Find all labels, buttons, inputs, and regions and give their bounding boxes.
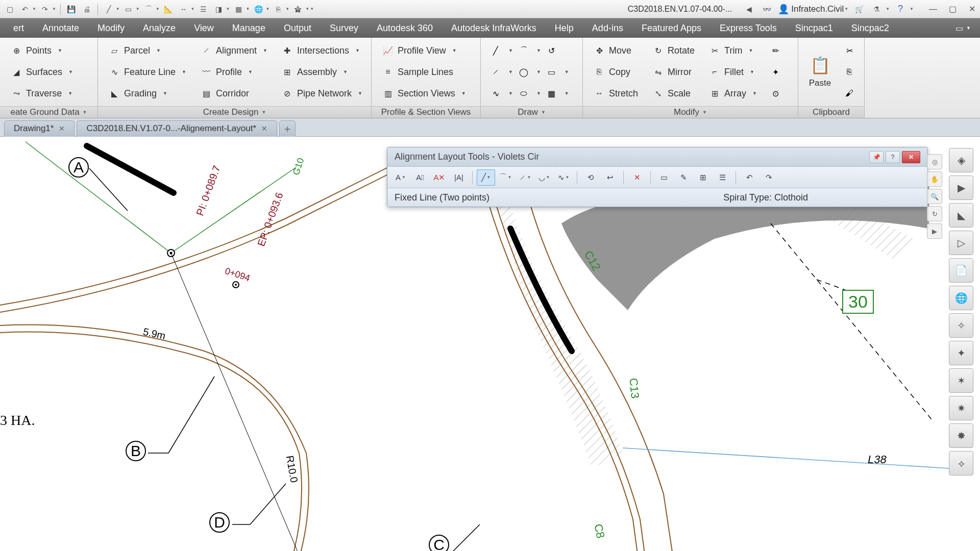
compass-a-icon[interactable]: ✦ (949, 341, 973, 365)
points-button[interactable]: ⊕Points▼ (5, 41, 79, 60)
ribbon-tab-addins[interactable]: Add-ins (583, 18, 632, 38)
orbit-icon[interactable]: ↻ (927, 206, 942, 221)
undo-dropdown-icon[interactable]: ▼ (32, 7, 36, 11)
dropdown-icon[interactable]: ▼ (136, 7, 140, 11)
trim-button[interactable]: ✂Trim▼ (703, 41, 763, 60)
pin-icon[interactable]: 📌 (869, 151, 884, 163)
array-button[interactable]: ⊞Array▼ (703, 84, 763, 103)
reverse-button[interactable]: ⟲ (581, 169, 600, 186)
dropdown-icon[interactable]: ▼ (536, 69, 541, 74)
dropdown-icon[interactable]: ▼ (461, 91, 466, 96)
panel-title[interactable]: Create Design▼ (98, 106, 371, 118)
zoom-icon[interactable]: 🔍 (927, 189, 942, 204)
hatch-icon[interactable]: ▦ (232, 3, 245, 16)
globe-icon[interactable]: 🌐 (252, 3, 265, 16)
spline-button[interactable]: ∿ (486, 84, 505, 103)
compass-b-icon[interactable]: ✶ (949, 368, 973, 393)
dropdown-icon[interactable]: ▼ (748, 48, 753, 53)
cart-icon[interactable]: 🛒 (852, 3, 866, 16)
dropdown-icon[interactable]: ▼ (246, 7, 250, 11)
arc-button[interactable]: ⌒ (514, 41, 533, 60)
dropdown-icon[interactable]: ▼ (305, 7, 309, 11)
offset-button[interactable]: ⊙ (766, 84, 785, 103)
ribbon-tab-sincpac1[interactable]: Sincpac1 (786, 18, 842, 38)
dropdown-icon[interactable]: ▼ (182, 69, 186, 74)
panel-title[interactable]: Draw▼ (481, 106, 582, 118)
panel-title[interactable]: Profile & Section Views (372, 106, 480, 118)
ribbon-tab-sincpac2[interactable]: Sincpac2 (842, 18, 898, 38)
nav-triangle-icon[interactable]: ◣ (949, 203, 973, 228)
dropdown-icon[interactable]: ▼ (355, 48, 360, 53)
nav-flag-icon[interactable]: ▷ (949, 231, 973, 255)
floating-line-button[interactable]: ⟋▼ (516, 169, 534, 186)
panel-title[interactable]: Modify▼ (583, 106, 798, 118)
dropdown-icon[interactable]: ▼ (191, 7, 195, 11)
explode-button[interactable]: ✦ (766, 62, 785, 82)
ribbon-tab-view[interactable]: View (185, 18, 223, 38)
matchprop-button[interactable]: 🖌 (840, 84, 859, 103)
convert-button[interactable]: |A| (450, 169, 468, 186)
dropdown-icon[interactable]: ▼ (226, 7, 230, 11)
pipenetwork-button[interactable]: ⊘Pipe Network▼ (276, 84, 368, 103)
dropdown-icon[interactable]: ▼ (886, 7, 890, 11)
redo-icon[interactable]: ↷ (38, 3, 52, 16)
help-icon[interactable]: ? (894, 3, 907, 16)
rotate-button[interactable]: ↻Rotate (647, 41, 700, 60)
panel-title[interactable]: eate Ground Data▼ (0, 106, 97, 118)
user-menu[interactable]: 👤 Infratech.Civil ▼ (778, 4, 848, 15)
dropdown-icon[interactable]: ▼ (248, 69, 253, 74)
delete-sub-button[interactable]: ↩ (601, 169, 619, 186)
plot-icon[interactable]: 🖨 (80, 3, 93, 16)
intersections-button[interactable]: ✚Intersections▼ (276, 41, 368, 60)
road-icon[interactable]: 🛣 (291, 3, 305, 16)
ribbon-tab-insert[interactable]: ert (4, 18, 33, 38)
surfaces-button[interactable]: ◢Surfaces▼ (5, 62, 79, 82)
dropdown-icon[interactable]: ▼ (68, 91, 72, 96)
revcloud-button[interactable]: ↺ (542, 41, 561, 60)
dropdown-icon[interactable]: ▼ (156, 7, 160, 11)
close-icon[interactable]: ✕ (261, 124, 267, 133)
ribbon-tab-modify[interactable]: Modify (88, 18, 134, 38)
search-icon[interactable]: 👓 (760, 2, 774, 16)
close-button[interactable]: ✕ (967, 4, 977, 14)
parcel-button[interactable]: ▱Parcel▼ (103, 41, 192, 60)
block-icon[interactable]: ◨ (212, 3, 226, 16)
dropdown-icon[interactable]: ▼ (536, 91, 541, 96)
redo-dropdown-icon[interactable]: ▼ (52, 7, 56, 11)
compass-icon[interactable]: ✧ (949, 313, 973, 338)
palette-help-icon[interactable]: ? (886, 151, 900, 163)
redo-button[interactable]: ↷ (760, 169, 778, 186)
globe-nav-icon[interactable]: 🌐 (949, 286, 973, 310)
compass-d-icon[interactable]: ✸ (949, 423, 973, 448)
doc-tab-alignment-layout[interactable]: C3D2018.EN.V1.07-0...-Alignement-Layout*… (77, 120, 277, 137)
exchange-icon[interactable]: ⚗ (870, 3, 883, 16)
line-icon[interactable]: ╱ (102, 3, 115, 16)
edit-geometry-button[interactable]: ✎ (674, 169, 693, 186)
pick-sub-button[interactable]: ▭ (655, 169, 673, 186)
mirror-button[interactable]: ⇋Mirror (647, 62, 700, 82)
dropdown-icon[interactable]: ▼ (263, 48, 267, 53)
dropdown-icon[interactable]: ▼ (358, 91, 362, 96)
fixed-line-button[interactable]: ╱▼ (477, 169, 495, 186)
rect-icon[interactable]: ▭ (122, 3, 135, 16)
dropdown-icon[interactable]: ▼ (163, 91, 167, 96)
ellipse-button[interactable]: ⬭ (514, 84, 533, 103)
ribbon-tab-survey[interactable]: Survey (321, 18, 368, 38)
close-icon[interactable]: ✕ (59, 124, 65, 133)
dropdown-icon[interactable]: ▼ (508, 48, 513, 53)
dim-icon[interactable]: ↔ (177, 3, 190, 16)
ribbon-tab-manage[interactable]: Manage (223, 18, 275, 38)
dropdown-icon[interactable]: ▼ (750, 69, 754, 74)
panel-dropdown-icon[interactable]: ▼ (702, 110, 707, 115)
ribbon-tab-autodesk360[interactable]: Autodesk 360 (368, 18, 442, 38)
panel-dropdown-icon[interactable]: ▼ (541, 110, 546, 115)
alignment-button[interactable]: ⟋Alignment▼ (195, 41, 273, 60)
dropdown-icon[interactable]: ▼ (265, 7, 270, 11)
line-button[interactable]: ╱ (486, 41, 505, 60)
measure-icon[interactable]: 📐 (162, 3, 175, 16)
pan-icon[interactable]: ✋ (927, 171, 942, 187)
fixed-curve-button[interactable]: ⌒▼ (496, 169, 514, 186)
hatch-button[interactable]: ▦ (542, 84, 561, 103)
move-button[interactable]: ✥Move (588, 41, 644, 60)
traverse-button[interactable]: ⤳Traverse▼ (5, 84, 79, 103)
